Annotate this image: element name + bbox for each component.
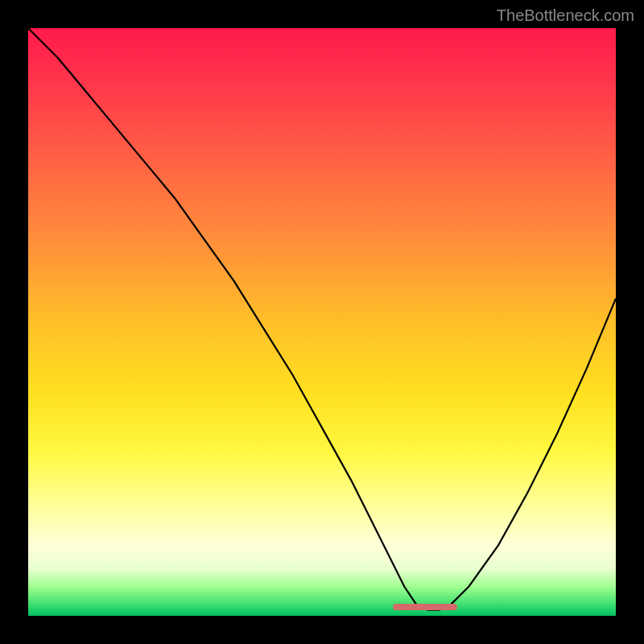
bottleneck-curve: [28, 28, 616, 610]
curve-layer: [28, 28, 616, 616]
optimal-range-marker: [393, 604, 457, 610]
watermark-text: TheBottleneck.com: [497, 6, 634, 25]
chart-plot-area: [28, 28, 616, 616]
